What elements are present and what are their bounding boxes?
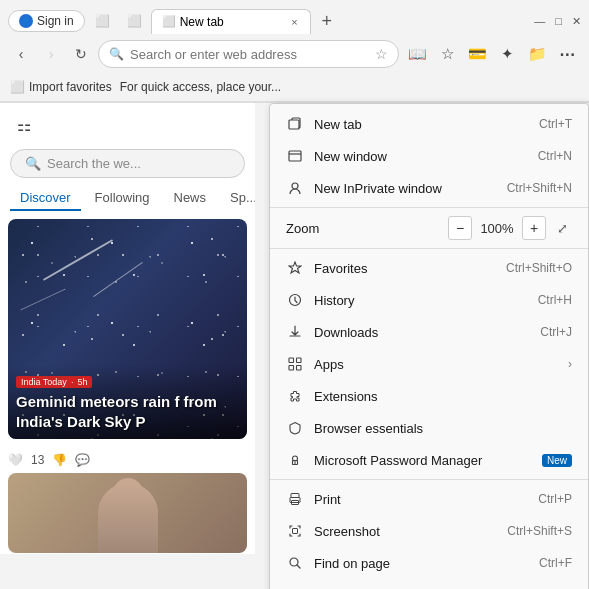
inprivate-shortcut: Ctrl+Shift+N (507, 181, 572, 195)
apps-label: Apps (314, 357, 548, 372)
downloads-icon (286, 323, 304, 341)
menu-browser-essentials[interactable]: Browser essentials (270, 412, 588, 444)
password-manager-icon (286, 451, 304, 469)
apps-arrow: › (568, 357, 572, 371)
extensions-icon[interactable]: ⬜ (89, 7, 117, 35)
news-card[interactable]: India Today · 5h Geminid meteors rain f … (8, 219, 247, 439)
profile-icon: 👤 (19, 14, 33, 28)
more-options-button[interactable]: ⋯ (553, 40, 581, 68)
menu-more-tools[interactable]: More tools › (270, 579, 588, 589)
menu-find-on-page[interactable]: Find on page Ctrl+F (270, 547, 588, 579)
tab-following[interactable]: Following (85, 186, 160, 211)
collections-icon[interactable]: 📁 (523, 40, 551, 68)
password-manager-label: Microsoft Password Manager (314, 453, 532, 468)
menu-favorites[interactable]: Favorites Ctrl+Shift+O (270, 252, 588, 284)
menu-extensions[interactable]: Extensions (270, 380, 588, 412)
tab-close-button[interactable]: × (289, 16, 299, 28)
read-aloud-icon[interactable]: 📖 (403, 40, 431, 68)
svg-rect-4 (289, 358, 294, 363)
apps-icon (286, 355, 304, 373)
divider-1 (270, 207, 588, 208)
news-card-actions: 🤍 13 👎 💬 (0, 447, 255, 473)
forward-button[interactable]: › (38, 41, 64, 67)
zoom-plus-button[interactable]: + (522, 216, 546, 240)
favorites-menu-label: Favorites (314, 261, 496, 276)
menu-print[interactable]: Print Ctrl+P (270, 483, 588, 515)
comment-icon[interactable]: 💬 (75, 453, 90, 467)
print-shortcut: Ctrl+P (538, 492, 572, 506)
menu-history[interactable]: History Ctrl+H (270, 284, 588, 316)
news-headline: Geminid meteors rain f from India's Dark… (16, 392, 239, 431)
inprivate-label: New InPrivate window (314, 181, 497, 196)
downloads-label: Downloads (314, 325, 530, 340)
add-to-favorites-icon[interactable]: ☆ (433, 40, 461, 68)
import-favorites-item[interactable]: ⬜ Import favorites (10, 80, 112, 94)
menu-password-manager[interactable]: Microsoft Password Manager New (270, 444, 588, 476)
zoom-minus-button[interactable]: − (448, 216, 472, 240)
favorites-menu-shortcut: Ctrl+Shift+O (506, 261, 572, 275)
zoom-label: Zoom (286, 221, 440, 236)
page-search-bar[interactable]: 🔍 Search the we... (10, 149, 245, 178)
sign-in-button[interactable]: 👤 Sign in (8, 10, 85, 32)
zoom-expand-button[interactable]: ⤢ (552, 218, 572, 238)
close-window-button[interactable]: ✕ (572, 15, 581, 28)
svg-rect-1 (289, 151, 301, 161)
back-button[interactable]: ‹ (8, 41, 34, 67)
sign-in-label: Sign in (37, 14, 74, 28)
dislike-icon[interactable]: 👎 (52, 453, 67, 467)
browser-wallet-icon[interactable]: 💳 (463, 40, 491, 68)
downloads-shortcut: Ctrl+J (540, 325, 572, 339)
second-news-card[interactable] (8, 473, 247, 553)
history-label: History (314, 293, 528, 308)
menu-screenshot[interactable]: Screenshot Ctrl+Shift+S (270, 515, 588, 547)
new-tab-icon (286, 115, 304, 133)
like-icon[interactable]: 🤍 (8, 453, 23, 467)
toolbar-icons: 📖 ☆ 💳 ✦ 📁 ⋯ (403, 40, 581, 68)
active-tab[interactable]: ⬜ New tab × (151, 9, 311, 34)
address-bar[interactable]: 🔍 ☆ (98, 40, 399, 68)
search-icon-small: 🔍 (109, 47, 124, 61)
favorites-icon[interactable]: ⬜ (121, 7, 149, 35)
screenshot-icon (286, 522, 304, 540)
bookmark-icon[interactable]: ☆ (375, 46, 388, 62)
zoom-controls: − 100% + ⤢ (448, 216, 572, 240)
new-window-label: New window (314, 149, 528, 164)
address-bar-row: ‹ › ↻ 🔍 ☆ 📖 ☆ 💳 ✦ 📁 ⋯ (0, 36, 589, 72)
svg-rect-10 (291, 494, 299, 498)
refresh-button[interactable]: ↻ (68, 41, 94, 67)
find-icon (286, 554, 304, 572)
svg-rect-0 (289, 120, 299, 129)
favorites-menu-icon (286, 259, 304, 277)
menu-downloads[interactable]: Downloads Ctrl+J (270, 316, 588, 348)
menu-new-window[interactable]: New window Ctrl+N (270, 140, 588, 172)
menu-new-tab[interactable]: New tab Ctrl+T (270, 108, 588, 140)
tab-discover[interactable]: Discover (10, 186, 81, 211)
copilot-icon[interactable]: ✦ (493, 40, 521, 68)
tab-sports[interactable]: Sp... (220, 186, 255, 211)
minimize-button[interactable]: — (534, 15, 545, 27)
page-content: ⚏ 🔍 Search the we... Discover Following … (0, 103, 589, 554)
new-tab-label: New tab (314, 117, 529, 132)
quick-access-item[interactable]: For quick access, place your... (120, 80, 281, 94)
edge-menu-dropdown: New tab Ctrl+T New window Ctrl+N New (269, 103, 589, 589)
print-icon (286, 490, 304, 508)
menu-apps[interactable]: Apps › (270, 348, 588, 380)
print-label: Print (314, 492, 528, 507)
import-icon: ⬜ (10, 80, 25, 94)
maximize-button[interactable]: □ (555, 15, 562, 27)
browser-chrome: 👤 Sign in ⬜ ⬜ ⬜ New tab × + — □ ✕ ‹ › ↻ (0, 0, 589, 103)
page-search-icon: 🔍 (25, 156, 41, 171)
find-on-page-label: Find on page (314, 556, 529, 571)
new-tab-button[interactable]: + (313, 7, 341, 35)
tab-bar: ⬜ ⬜ ⬜ New tab × + (89, 7, 523, 35)
history-shortcut: Ctrl+H (538, 293, 572, 307)
tab-news[interactable]: News (164, 186, 217, 211)
new-tab-page: ⚏ 🔍 Search the we... Discover Following … (0, 103, 255, 554)
apps-grid-icon[interactable]: ⚏ (10, 111, 38, 139)
svg-rect-7 (297, 366, 302, 371)
favorites-bar: ⬜ Import favorites For quick access, pla… (0, 72, 589, 102)
tab-title: New tab (180, 15, 224, 29)
address-input[interactable] (130, 47, 369, 62)
menu-new-inprivate[interactable]: New InPrivate window Ctrl+Shift+N (270, 172, 588, 204)
page-search-placeholder: Search the we... (47, 156, 141, 171)
